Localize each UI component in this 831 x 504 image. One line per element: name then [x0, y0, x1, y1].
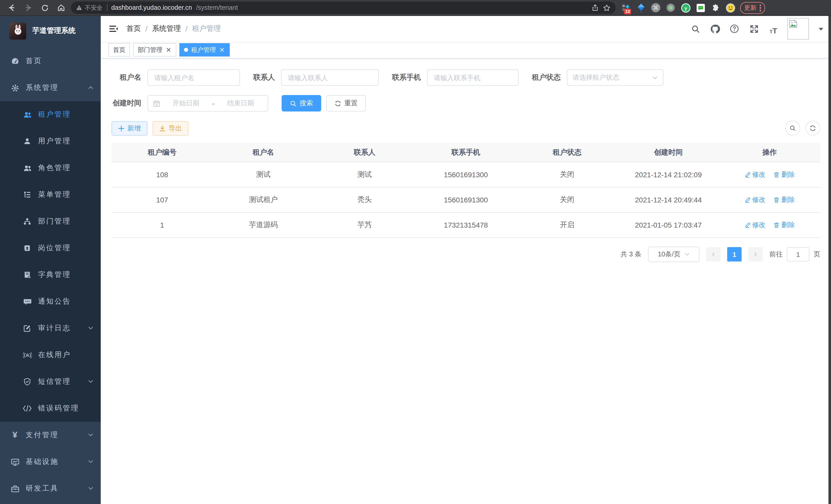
- extension-kite-icon[interactable]: [636, 3, 646, 13]
- tenant-name-input[interactable]: [147, 69, 240, 86]
- tag-dept[interactable]: 部门管理: [133, 43, 176, 57]
- edit-link[interactable]: 修改: [744, 170, 766, 179]
- tag-tenant[interactable]: 租户管理: [179, 43, 230, 57]
- table-tools: [785, 121, 820, 136]
- help-icon[interactable]: [729, 23, 740, 34]
- back-button[interactable]: [5, 1, 19, 14]
- share-icon[interactable]: [592, 4, 599, 11]
- sidebar-item-dept[interactable]: 部门管理: [0, 208, 101, 235]
- toolbox-icon: [10, 484, 20, 493]
- status-select[interactable]: 请选择租户状态: [567, 69, 663, 86]
- sidebar-item-tenant[interactable]: 租户管理: [0, 101, 101, 128]
- mobile-input[interactable]: [427, 69, 519, 86]
- font-size-icon[interactable]: TT: [768, 23, 779, 34]
- sidebar-item-audit-log[interactable]: 审计日志: [0, 315, 101, 342]
- col-tenant-name: 租户名: [213, 143, 314, 162]
- extension-chat-icon[interactable]: [695, 3, 706, 13]
- fullscreen-icon[interactable]: [748, 23, 760, 34]
- table-row: 107 测试租户 秃头 15601691300 关闭 2021-12-14 20…: [112, 187, 820, 212]
- search-button[interactable]: 搜索: [282, 95, 321, 112]
- sidebar: 芋道管理系统 首页 系统管理 租户管理: [0, 16, 101, 504]
- app-title: 芋道管理系统: [32, 26, 76, 35]
- sidebar-item-devtools[interactable]: 研发工具: [0, 475, 101, 502]
- contact-input[interactable]: [281, 69, 379, 86]
- extension-dict-icon[interactable]: 10: [621, 3, 631, 13]
- reset-button[interactable]: 重置: [326, 95, 366, 112]
- col-actions: 操作: [719, 143, 820, 162]
- next-page-button[interactable]: [748, 247, 763, 262]
- export-button[interactable]: 导出: [153, 121, 189, 136]
- toggle-search-button[interactable]: [785, 121, 800, 136]
- edit-link[interactable]: 修改: [744, 195, 766, 205]
- home-button[interactable]: [55, 1, 68, 14]
- sidebar-item-menu[interactable]: 菜单管理: [0, 181, 101, 208]
- close-icon[interactable]: [166, 47, 172, 53]
- sidebar-item-online-user[interactable]: 在线用户: [0, 342, 101, 368]
- extension-recorder-icon[interactable]: [665, 3, 676, 13]
- forward-button[interactable]: [22, 1, 35, 14]
- col-status: 租户状态: [516, 143, 618, 162]
- sidebar-item-error-code[interactable]: 错误码管理: [0, 395, 101, 422]
- extension-yuque-icon[interactable]: y: [681, 3, 691, 13]
- edit-icon: [744, 197, 751, 203]
- update-label: 更新: [744, 3, 756, 12]
- search-icon: [290, 100, 296, 107]
- sidebar-collapse-icon[interactable]: [108, 23, 119, 34]
- trash-icon: [774, 197, 780, 203]
- page-number-1[interactable]: 1: [727, 247, 742, 262]
- date-range-picker[interactable]: 开始日期 - 结束日期: [147, 95, 268, 112]
- reload-button[interactable]: [38, 1, 51, 14]
- close-icon[interactable]: [219, 47, 225, 53]
- col-tenant-id: 租户编号: [112, 143, 213, 162]
- contact-label: 联系人: [253, 73, 275, 82]
- avatar[interactable]: [787, 18, 809, 39]
- shield-icon: [23, 377, 32, 386]
- github-icon[interactable]: [709, 23, 720, 34]
- page-size-select[interactable]: 10条/页: [648, 246, 699, 262]
- prev-page-button[interactable]: [706, 247, 720, 262]
- avatar-caret-icon[interactable]: [818, 24, 824, 33]
- sidebar-item-infra[interactable]: 基础设施: [0, 448, 101, 475]
- sidebar-item-pay[interactable]: ¥ 支付管理: [0, 422, 101, 448]
- address-bar[interactable]: 不安全 dashboard.yudao.iocoder.cn/system/te…: [71, 2, 616, 14]
- delete-link[interactable]: 删除: [774, 220, 795, 230]
- bookmark-star-icon[interactable]: [603, 4, 610, 11]
- update-button[interactable]: 更新: [740, 2, 765, 13]
- sidebar-item-user[interactable]: 用户管理: [0, 128, 101, 155]
- delete-link[interactable]: 删除: [774, 170, 795, 179]
- sidebar-item-notice[interactable]: 通知公告: [0, 288, 101, 315]
- page-content: 租户名 联系人 联系手机 租户状态 请选择租户状态: [101, 59, 831, 504]
- menu-tree-icon: [23, 190, 32, 199]
- tenants-icon: [23, 110, 32, 119]
- tag-home[interactable]: 首页: [109, 43, 130, 57]
- breadcrumb-system[interactable]: 系统管理: [152, 24, 181, 33]
- top-navbar: 首页 / 系统管理 / 租户管理 TT: [101, 16, 831, 41]
- sidebar-item-post[interactable]: 岗位管理: [0, 235, 101, 262]
- search-icon: [790, 125, 796, 131]
- warning-icon: [76, 5, 82, 11]
- online-user-icon: [23, 350, 32, 360]
- extension-emoji-icon[interactable]: [725, 3, 736, 13]
- add-button[interactable]: 新增: [112, 121, 147, 136]
- sidebar-item-system[interactable]: 系统管理: [0, 75, 101, 101]
- browser-menu-icon[interactable]: [760, 4, 761, 11]
- sidebar-item-sms[interactable]: 短信管理: [0, 368, 101, 395]
- extension-command-icon[interactable]: ⌘: [651, 3, 661, 13]
- security-indicator[interactable]: 不安全: [76, 4, 103, 11]
- sidebar-menu: 首页 系统管理 租户管理 用户管理: [0, 46, 101, 502]
- user-icon: [23, 137, 32, 146]
- chevron-down-icon: [88, 458, 93, 466]
- delete-link[interactable]: 删除: [774, 195, 795, 205]
- goto-page-input[interactable]: [787, 247, 809, 262]
- col-create-time: 创建时间: [618, 143, 719, 162]
- edit-link[interactable]: 修改: [744, 220, 766, 230]
- sidebar-item-role[interactable]: 角色管理: [0, 155, 101, 181]
- calendar-icon: [153, 100, 160, 107]
- sidebar-item-dict[interactable]: 字典管理: [0, 262, 101, 288]
- app-logo[interactable]: 芋道管理系统: [0, 16, 101, 46]
- sidebar-item-home[interactable]: 首页: [0, 48, 101, 75]
- extensions-puzzle-icon[interactable]: [710, 3, 720, 13]
- search-icon[interactable]: [690, 23, 701, 34]
- refresh-table-button[interactable]: [805, 121, 820, 136]
- breadcrumb-home[interactable]: 首页: [126, 24, 141, 33]
